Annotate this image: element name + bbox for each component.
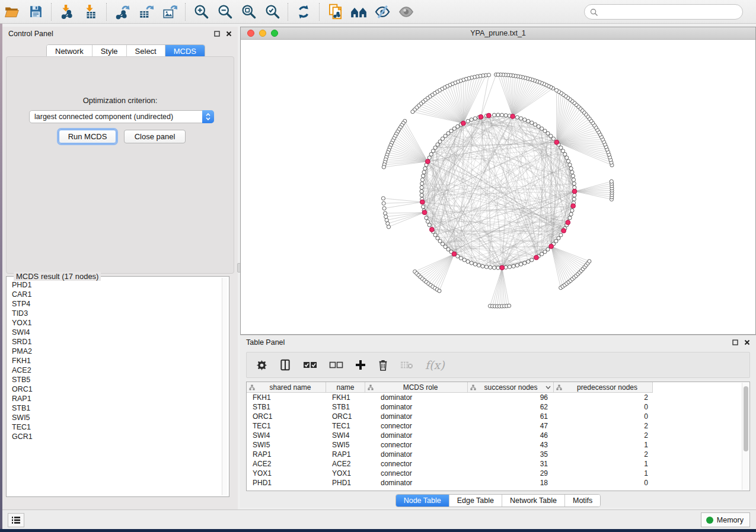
first-neighbors-icon[interactable] — [347, 2, 371, 22]
graph-node-mcds[interactable] — [500, 265, 505, 270]
table-cell[interactable]: 0 — [554, 412, 653, 421]
graph-node[interactable] — [496, 266, 500, 270]
open-file-icon[interactable] — [0, 2, 24, 22]
table-cell[interactable]: YOX1 — [247, 469, 326, 478]
graph-node[interactable] — [569, 213, 573, 216]
graph-node-mcds[interactable] — [486, 113, 491, 118]
table-settings-icon[interactable] — [256, 360, 267, 371]
tab-mcds[interactable]: MCDS — [165, 45, 205, 57]
graph-node[interactable] — [462, 258, 466, 262]
task-history-button[interactable] — [8, 513, 24, 527]
graph-node[interactable] — [559, 146, 563, 149]
graph-node-mcds[interactable] — [422, 210, 427, 215]
graph-node[interactable] — [489, 265, 492, 269]
table-cell[interactable]: 61 — [468, 412, 554, 421]
graph-node[interactable] — [422, 205, 425, 209]
table-cell[interactable]: 35 — [468, 450, 554, 459]
table-row[interactable]: STB1STB1dominator620 — [247, 402, 749, 412]
table-cell[interactable]: FKH1 — [326, 393, 365, 402]
table-cell[interactable]: 18 — [468, 478, 554, 488]
table-cell[interactable]: dominator — [365, 450, 468, 459]
table-cell[interactable]: PHD1 — [326, 478, 365, 488]
table-cell[interactable]: SWI5 — [247, 440, 326, 450]
mcds-result-item[interactable]: GCR1 — [9, 432, 221, 441]
graph-node[interactable] — [425, 216, 428, 220]
graph-node[interactable] — [470, 118, 473, 121]
column-header[interactable]: name — [326, 382, 365, 392]
graph-node[interactable] — [512, 264, 515, 268]
tab-motifs[interactable]: Motifs — [564, 495, 600, 507]
graph-node-mcds[interactable] — [429, 227, 434, 232]
graph-node[interactable] — [422, 174, 425, 178]
graph-node[interactable] — [523, 261, 527, 265]
graph-node[interactable] — [492, 113, 496, 117]
table-row[interactable]: SWI5SWI5connector431 — [247, 440, 749, 450]
graph-node[interactable] — [537, 124, 540, 128]
graph-node-mcds[interactable] — [511, 114, 515, 119]
tab-network-table[interactable]: Network Table — [502, 495, 564, 507]
graph-node[interactable] — [423, 166, 427, 170]
new-network-from-selection-icon[interactable] — [323, 2, 347, 22]
graph-node[interactable] — [466, 119, 470, 123]
graph-node[interactable] — [571, 174, 575, 178]
graph-node[interactable] — [572, 178, 575, 181]
table-cell[interactable]: 2 — [554, 421, 653, 431]
table-cell[interactable]: 1 — [554, 440, 653, 450]
graph-node[interactable] — [436, 143, 439, 146]
graph-node-mcds[interactable] — [566, 220, 570, 225]
apply-layout-icon[interactable] — [292, 2, 315, 22]
table-row[interactable]: YOX1YOX1connector291 — [247, 469, 749, 478]
table-cell[interactable]: TEC1 — [247, 421, 326, 431]
export-image-icon[interactable] — [158, 2, 181, 22]
table-cell[interactable]: YOX1 — [326, 469, 365, 478]
graph-node-mcds[interactable] — [461, 121, 466, 126]
graph-node[interactable] — [466, 259, 470, 263]
table-row[interactable]: SWI4SWI4dominator462 — [247, 431, 749, 440]
graph-node[interactable] — [470, 261, 473, 265]
zoom-in-icon[interactable] — [189, 2, 213, 22]
graph-node[interactable] — [569, 166, 573, 170]
table-row[interactable]: ORC1ORC1dominator610 — [247, 412, 749, 421]
graph-node[interactable] — [382, 165, 385, 169]
tab-edge-table[interactable]: Edge Table — [449, 495, 502, 507]
table-cell[interactable]: 31 — [468, 459, 554, 469]
table-cell[interactable]: connector — [365, 421, 468, 431]
table-cell[interactable]: 46 — [468, 431, 554, 440]
graph-node[interactable] — [540, 252, 544, 256]
mcds-result-item[interactable]: PHD1 — [9, 280, 221, 290]
graph-node[interactable] — [429, 152, 433, 156]
network-canvas[interactable] — [241, 40, 755, 334]
graph-node[interactable] — [570, 209, 574, 212]
graph-node[interactable] — [382, 201, 385, 205]
table-scrollbar[interactable] — [742, 383, 749, 490]
graph-node[interactable] — [496, 113, 500, 117]
table-cell[interactable]: dominator — [365, 478, 468, 488]
tab-select[interactable]: Select — [126, 45, 165, 57]
graph-node[interactable] — [563, 152, 567, 156]
graph-node[interactable] — [504, 114, 508, 117]
zoom-out-icon[interactable] — [213, 2, 237, 22]
graph-node[interactable] — [570, 171, 574, 174]
table-cell[interactable]: 0 — [554, 478, 653, 488]
graph-node[interactable] — [385, 219, 388, 222]
close-table-panel-icon[interactable] — [744, 339, 750, 345]
graph-node-mcds[interactable] — [425, 159, 430, 164]
close-panel-button[interactable]: Close panel — [124, 130, 186, 143]
graph-node[interactable] — [484, 265, 488, 268]
mcds-result-item[interactable]: CAR1 — [9, 290, 221, 299]
table-cell[interactable]: connector — [365, 469, 468, 478]
table-row[interactable]: TEC1TEC1connector472 — [247, 421, 749, 431]
graph-node[interactable] — [481, 264, 484, 268]
table-cell[interactable]: ORC1 — [326, 412, 365, 421]
table-cell[interactable]: 0 — [554, 402, 653, 412]
table-cell[interactable]: 96 — [468, 393, 554, 402]
graph-node[interactable] — [546, 248, 550, 251]
table-cell[interactable]: 62 — [468, 402, 554, 412]
mcds-result-item[interactable]: PMA2 — [9, 347, 221, 356]
graph-node[interactable] — [452, 127, 456, 130]
tab-network[interactable]: Network — [47, 45, 92, 57]
mcds-result-item[interactable]: STP4 — [9, 299, 221, 309]
graph-node[interactable] — [565, 156, 569, 159]
graph-node[interactable] — [572, 182, 576, 185]
select-all-icon[interactable] — [303, 361, 317, 369]
